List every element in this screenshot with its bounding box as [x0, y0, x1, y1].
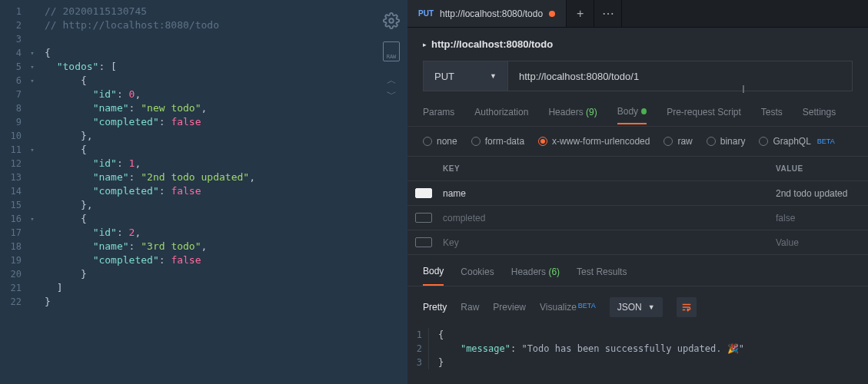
raw-icon[interactable]: RAW [383, 41, 400, 61]
code-area[interactable]: // 20200115130745 // http://localhost:80… [37, 0, 407, 384]
col-key: KEY [435, 164, 768, 173]
gear-icon[interactable] [383, 12, 400, 29]
tabbar: PUT http://localhost:8080/todo + ⋯ [407, 0, 868, 28]
bodytype-binary[interactable]: binary [707, 136, 746, 147]
fold-column: ▾▾▾▾▾ [28, 0, 37, 384]
body-type-row: none form-data x-www-form-urlencoded raw… [407, 127, 868, 156]
bodytype-raw[interactable]: raw [663, 136, 692, 147]
view-visualize[interactable]: VisualizeBETA [540, 302, 596, 313]
bodytype-none[interactable]: none [423, 136, 457, 147]
json-editor-pane: 12345678910111213141516171819202122 ▾▾▾▾… [0, 0, 407, 384]
tab-tests[interactable]: Tests [761, 107, 783, 124]
request-line: PUT ▼ [423, 61, 853, 91]
tab-headers[interactable]: Headers (9) [548, 107, 597, 124]
table-row[interactable]: name2nd todo updated [407, 181, 868, 206]
method-value: PUT [434, 71, 454, 82]
format-dropdown[interactable]: JSON▼ [610, 297, 663, 317]
bodytype-xwww[interactable]: x-www-form-urlencoded [538, 136, 650, 147]
request-section-tabs: Params Authorization Headers (9) Body Pr… [407, 104, 868, 127]
request-tab[interactable]: PUT http://localhost:8080/todo [407, 0, 567, 27]
tab-authorization[interactable]: Authorization [474, 107, 528, 124]
breadcrumb-text: http://localhost:8080/todo [431, 38, 553, 50]
view-preview[interactable]: Preview [493, 302, 526, 313]
unsaved-dot-icon [549, 11, 555, 17]
response-toolbar: Pretty Raw Preview VisualizeBETA JSON▼ [407, 286, 868, 328]
tab-title: http://localhost:8080/todo [440, 8, 543, 19]
method-dropdown[interactable]: PUT ▼ [424, 61, 508, 91]
table-row[interactable]: completedfalse [407, 206, 868, 230]
checkbox-icon[interactable] [415, 213, 432, 223]
tab-pre-request[interactable]: Pre-request Script [667, 107, 741, 124]
resp-tab-test-results[interactable]: Test Results [577, 266, 627, 285]
resp-tab-cookies[interactable]: Cookies [461, 266, 494, 285]
checkbox-icon[interactable] [415, 237, 432, 247]
bodytype-form-data[interactable]: form-data [471, 136, 524, 147]
col-value: VALUE [768, 164, 868, 173]
key-cell[interactable]: name [435, 188, 768, 199]
value-cell[interactable]: false [768, 213, 868, 223]
tab-body[interactable]: Body [617, 106, 647, 124]
value-cell[interactable]: Value [768, 237, 868, 248]
more-tabs-icon[interactable]: ⋯ [594, 0, 622, 27]
tab-settings[interactable]: Settings [803, 107, 836, 124]
value-cell[interactable]: 2nd todo updated [768, 188, 868, 199]
url-input[interactable] [508, 61, 852, 91]
api-client-pane: PUT http://localhost:8080/todo + ⋯ ▸ htt… [407, 0, 868, 384]
view-pretty[interactable]: Pretty [423, 302, 447, 313]
chevron-up-icon[interactable]: ︿ [387, 74, 397, 88]
svg-point-0 [389, 18, 394, 23]
view-raw[interactable]: Raw [461, 302, 479, 313]
resp-tab-headers[interactable]: Headers (6) [511, 266, 560, 285]
tab-method: PUT [418, 9, 434, 18]
key-cell[interactable]: completed [435, 213, 768, 223]
gutter: 12345678910111213141516171819202122 [0, 0, 28, 384]
chevron-right-icon: ▸ [423, 41, 427, 48]
tab-params[interactable]: Params [423, 107, 454, 124]
bodytype-graphql[interactable]: GraphQLBETA [759, 136, 834, 147]
response-section-tabs: Body Cookies Headers (6) Test Results [407, 255, 868, 286]
breadcrumb: ▸ http://localhost:8080/todo [407, 28, 868, 61]
response-body[interactable]: 123 { "message": "Todo has been successf… [407, 328, 868, 369]
add-tab-button[interactable]: + [567, 0, 594, 27]
line-wrap-icon[interactable] [677, 297, 697, 317]
text-cursor-icon: I [742, 83, 745, 95]
form-data-table: KEY VALUE name2nd todo updatedcompletedf… [407, 156, 868, 255]
key-cell[interactable]: Key [435, 237, 768, 248]
resp-tab-body[interactable]: Body [423, 266, 444, 286]
chevron-down-icon: ▼ [490, 72, 497, 80]
checkbox-icon[interactable] [415, 188, 432, 198]
chevron-down-icon[interactable]: ﹀ [387, 88, 397, 101]
table-row[interactable]: KeyValue [407, 230, 868, 255]
